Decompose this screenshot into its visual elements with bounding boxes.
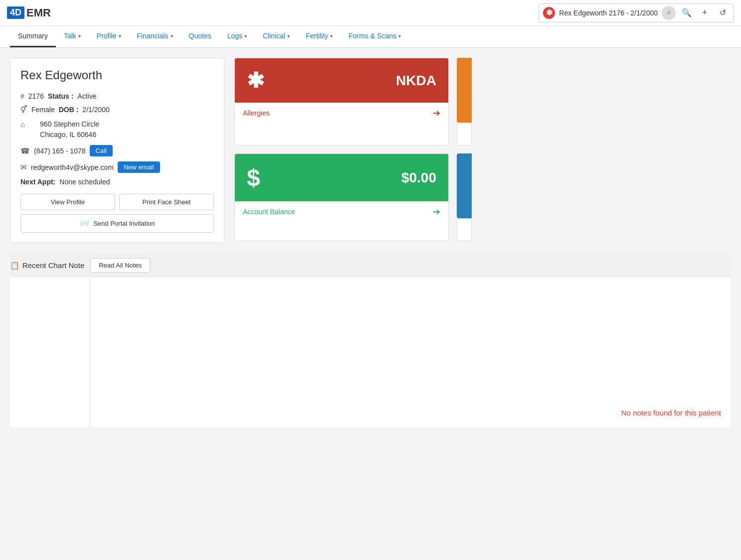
chart-header: 📋 Recent Chart Note Read All Notes xyxy=(10,253,731,278)
dollar-icon: $ xyxy=(247,164,260,191)
address-line1: 960 Stephen Circle xyxy=(40,119,99,130)
patient-phone: (847) 165 - 1078 xyxy=(34,147,86,155)
patient-gender: Female xyxy=(31,106,55,114)
search-icon[interactable]: 🔍 xyxy=(680,6,694,20)
chevron-down-icon: ▾ xyxy=(78,33,81,39)
address-line2: Chicago, IL 60646 xyxy=(40,130,99,140)
patient-email-row: ✉ redgeworth4v@skype.com New email xyxy=(20,161,214,173)
tab-profile[interactable]: Profile ▾ xyxy=(89,26,129,47)
patient-card: Rex Edgeworth # 2176 Status : Active ⚥ F… xyxy=(10,58,224,243)
tab-logs[interactable]: Logs ▾ xyxy=(219,26,255,47)
balance-header: $ $0.00 xyxy=(235,154,448,201)
tab-summary[interactable]: Summary xyxy=(10,26,56,47)
tab-clinical[interactable]: Clinical ▾ xyxy=(255,26,298,47)
patient-address-row: ⌂ 960 Stephen Circle Chicago, IL 60646 xyxy=(20,119,214,140)
action-buttons: View Profile Print Face Sheet 📨 Send Por… xyxy=(20,194,214,233)
gender-icon: ⚥ xyxy=(20,105,27,114)
allergy-footer[interactable]: Allergies ➔ xyxy=(235,103,448,124)
app-logo: 4D EMR xyxy=(7,6,51,19)
tab-quotes[interactable]: Quotes xyxy=(181,26,219,47)
allergy-label: Allergies xyxy=(243,109,270,117)
profile-print-row: View Profile Print Face Sheet xyxy=(20,194,214,210)
right-column: ✱ NKDA Allergies ➔ xyxy=(234,58,731,241)
status-label: Status : xyxy=(48,92,73,100)
chart-title-label: Recent Chart Note xyxy=(22,261,84,270)
balance-card: $ $0.00 Account Balance ➔ xyxy=(234,153,449,241)
patient-phone-row: ☎ (847) 165 - 1078 Call xyxy=(20,145,214,156)
balance-amount: $0.00 xyxy=(401,170,436,186)
tab-financials[interactable]: Financials ▾ xyxy=(129,26,181,47)
no-notes-message: No notes found for this patient xyxy=(621,409,721,417)
send-portal-button[interactable]: 📨 Send Portal Invitation xyxy=(20,214,214,233)
logo-box: 4D xyxy=(7,6,24,19)
patient-email: redgeworth4v@skype.com xyxy=(31,163,114,171)
main-content: Rex Edgeworth # 2176 Status : Active ⚥ F… xyxy=(0,48,741,427)
tab-talk-label: Talk xyxy=(64,32,76,40)
next-appt-row: Next Appt: None scheduled xyxy=(20,178,214,186)
tab-forms-scans[interactable]: Forms & Scans ▾ xyxy=(341,26,409,47)
chevron-down-icon: ▾ xyxy=(287,33,290,39)
read-all-notes-button[interactable]: Read All Notes xyxy=(90,258,150,273)
balance-arrow-icon: ➔ xyxy=(433,206,440,217)
chevron-down-icon: ▾ xyxy=(119,33,121,39)
history-icon[interactable]: ↺ xyxy=(716,6,730,20)
dob-label: DOB : xyxy=(59,106,79,114)
balance-label: Account Balance xyxy=(243,208,295,216)
clipboard-icon: 📋 xyxy=(10,261,19,270)
chart-body: No notes found for this patient xyxy=(10,278,731,427)
allergy-header: ✱ NKDA xyxy=(235,58,448,103)
status-value: Active xyxy=(77,92,96,100)
patient-id: 2176 xyxy=(28,92,44,100)
partial-card-blue xyxy=(457,153,472,241)
patient-dob: 2/1/2000 xyxy=(82,106,110,114)
chevron-down-icon: ▾ xyxy=(330,33,333,39)
print-face-sheet-button[interactable]: Print Face Sheet xyxy=(119,194,214,210)
search-bar[interactable]: ✱ Rex Edgeworth 2176 - 2/1/2000 ✕ 🔍 + ↺ xyxy=(539,3,734,22)
chevron-down-icon: ▾ xyxy=(171,33,173,39)
allergy-card: ✱ NKDA Allergies ➔ xyxy=(234,58,449,145)
asterisk-icon: ✱ xyxy=(543,7,555,19)
call-button[interactable]: Call xyxy=(90,145,113,156)
logo-text: EMR xyxy=(26,6,51,19)
tab-logs-label: Logs xyxy=(227,32,242,40)
allergy-asterisk-icon: ✱ xyxy=(247,68,264,93)
patient-name: Rex Edgeworth xyxy=(20,68,214,82)
chevron-down-icon: ▾ xyxy=(244,33,247,39)
tab-profile-label: Profile xyxy=(97,32,117,40)
chevron-down-icon: ▾ xyxy=(398,33,401,39)
partial-card-orange xyxy=(457,58,472,145)
patient-id-row: # 2176 Status : Active xyxy=(20,92,214,100)
chart-right-panel: No notes found for this patient xyxy=(90,278,731,427)
home-icon: ⌂ xyxy=(20,120,25,129)
tab-financials-label: Financials xyxy=(137,32,169,40)
phone-icon: ☎ xyxy=(20,146,30,155)
email-icon: ✉ xyxy=(20,163,27,172)
tab-clinical-label: Clinical xyxy=(263,32,285,40)
tab-fertility[interactable]: Fertility ▾ xyxy=(298,26,341,47)
view-profile-button[interactable]: View Profile xyxy=(20,194,115,210)
nav-tabs: Summary Talk ▾ Profile ▾ Financials ▾ Qu… xyxy=(0,26,741,48)
tab-forms-scans-label: Forms & Scans xyxy=(349,32,396,40)
app-header: 4D EMR ✱ Rex Edgeworth 2176 - 2/1/2000 ✕… xyxy=(0,0,741,26)
allergy-arrow-icon: ➔ xyxy=(433,108,440,119)
portal-envelope-icon: 📨 xyxy=(79,219,89,228)
balance-footer[interactable]: Account Balance ➔ xyxy=(235,201,448,222)
allergy-nkda-text: NKDA xyxy=(396,73,436,89)
tab-quotes-label: Quotes xyxy=(189,32,211,40)
chart-left-panel xyxy=(10,278,90,427)
patient-gender-row: ⚥ Female DOB : 2/1/2000 xyxy=(20,105,214,114)
tab-fertility-label: Fertility xyxy=(306,32,328,40)
search-value: Rex Edgeworth 2176 - 2/1/2000 xyxy=(559,9,658,17)
patient-address: 960 Stephen Circle Chicago, IL 60646 xyxy=(40,119,99,140)
chart-title: 📋 Recent Chart Note xyxy=(10,261,84,270)
next-appt-label: Next Appt: xyxy=(20,178,55,186)
send-portal-label: Send Portal Invitation xyxy=(93,220,155,227)
tab-summary-label: Summary xyxy=(18,32,48,40)
next-appt-value: None scheduled xyxy=(59,178,110,186)
add-icon[interactable]: + xyxy=(698,6,712,20)
new-email-button[interactable]: New email xyxy=(118,161,160,173)
clear-search-icon[interactable]: ✕ xyxy=(662,6,676,20)
top-panels: Rex Edgeworth # 2176 Status : Active ⚥ F… xyxy=(0,48,741,243)
chart-section: 📋 Recent Chart Note Read All Notes No no… xyxy=(10,253,731,427)
tab-talk[interactable]: Talk ▾ xyxy=(56,26,89,47)
